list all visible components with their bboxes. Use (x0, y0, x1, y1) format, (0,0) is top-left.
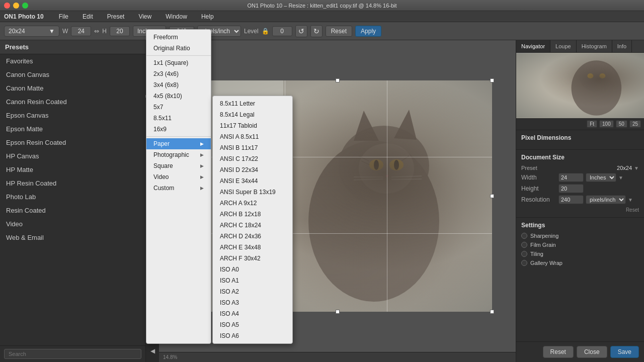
sharpening-radio[interactable] (521, 233, 527, 239)
menu-paper[interactable]: Paper (146, 138, 211, 149)
paper-archc[interactable]: ARCH C 18x24 (213, 220, 292, 231)
crop-handle-mr[interactable] (490, 194, 494, 198)
height-input[interactable] (110, 26, 130, 36)
width-expand-icon[interactable]: ▼ (618, 175, 623, 180)
menu-16x9[interactable]: 16x9 (146, 124, 211, 135)
paper-iso-a3[interactable]: ISO A3 (213, 297, 292, 308)
sidebar-item-video[interactable]: Video (0, 217, 145, 231)
sidebar-item-canon-canvas[interactable]: Canon Canvas (0, 68, 145, 81)
menu-2x3[interactable]: 2x3 (4x6) (146, 68, 211, 79)
preset-dropdown[interactable]: 20x24 ▼ (4, 26, 59, 37)
tab-histogram[interactable]: Histogram (577, 40, 612, 52)
paper-iso-a1[interactable]: ISO A1 (213, 275, 292, 286)
preset-expand-icon[interactable]: ▼ (634, 165, 639, 171)
paper-11x17tabloid[interactable]: 11x17 Tabloid (213, 120, 292, 131)
settings-title: Settings (521, 222, 639, 229)
res-expand-icon[interactable]: ▼ (628, 197, 633, 203)
menu-original-ratio[interactable]: Original Ratio (146, 43, 211, 54)
reset-button[interactable]: Reset (326, 26, 352, 37)
menu-help[interactable]: Help (198, 12, 217, 21)
crop-handle-tc[interactable] (336, 78, 340, 82)
tab-info[interactable]: Info (612, 40, 632, 52)
fullscreen-button[interactable] (22, 3, 28, 9)
crop-handle-bc[interactable] (336, 310, 340, 314)
rotate-cw-button[interactable]: ↻ (310, 25, 323, 37)
menu-5x7[interactable]: 5x7 (146, 102, 211, 113)
sidebar-item-favorites[interactable]: Favorites (0, 54, 145, 68)
menu-1x1[interactable]: 1x1 (Square) (146, 57, 211, 68)
nav-100-button[interactable]: 100 (599, 120, 614, 128)
paper-archd[interactable]: ARCH D 24x36 (213, 231, 292, 242)
paper-ansid[interactable]: ANSI D 22x34 (213, 164, 292, 175)
paper-arche[interactable]: ARCH E 34x48 (213, 242, 292, 253)
paper-ansi-superb[interactable]: ANSI Super B 13x19 (213, 187, 292, 198)
sidebar-item-web-email[interactable]: Web & Email (0, 231, 145, 244)
close-footer-button[interactable]: Close (577, 346, 607, 358)
tab-loupe[interactable]: Loupe (550, 40, 577, 52)
sidebar-item-hp-canvas[interactable]: HP Canvas (0, 149, 145, 163)
menu-square[interactable]: Square (146, 160, 211, 171)
nav-25-button[interactable]: 25 (629, 120, 641, 128)
menu-edit[interactable]: Edit (79, 12, 96, 21)
svg-line-16 (361, 161, 370, 165)
nav-fit-button[interactable]: Ft (587, 120, 597, 128)
apply-button[interactable]: Apply (355, 26, 381, 37)
menu-freeform[interactable]: Freeform (146, 32, 211, 43)
resolution-doc-input[interactable] (558, 195, 584, 204)
sidebar-item-hp-resin-coated[interactable]: HP Resin Coated (0, 176, 145, 190)
height-doc-input[interactable] (558, 184, 584, 193)
tab-navigator[interactable]: Navigator (516, 40, 550, 52)
paper-ansib[interactable]: ANSI B 11x17 (213, 142, 292, 153)
sidebar-item-epson-canvas[interactable]: Epson Canvas (0, 109, 145, 122)
crop-handle-tr[interactable] (490, 78, 494, 82)
paper-iso-a0[interactable]: ISO A0 (213, 264, 292, 275)
menu-custom[interactable]: Custom (146, 183, 211, 194)
paper-8511letter[interactable]: 8.5x11 Letter (213, 98, 292, 109)
search-input[interactable] (4, 349, 141, 359)
menu-view[interactable]: View (135, 12, 154, 21)
width-input[interactable] (71, 26, 91, 36)
paper-iso-a6[interactable]: ISO A6 (213, 330, 292, 341)
gallery-wrap-radio[interactable] (521, 260, 527, 266)
menu-3x4[interactable]: 3x4 (6x8) (146, 79, 211, 90)
sidebar-item-photo-lab[interactable]: Photo Lab (0, 190, 145, 204)
sidebar-item-canon-resin-coated[interactable]: Canon Resin Coated (0, 95, 145, 109)
save-footer-button[interactable]: Save (610, 346, 639, 358)
paper-ansic[interactable]: ANSI C 17x22 (213, 153, 292, 164)
paper-archb[interactable]: ARCH B 12x18 (213, 209, 292, 220)
sidebar-item-label: Photo Lab (6, 193, 36, 201)
menu-8x5[interactable]: 8.5x11 (146, 113, 211, 124)
width-doc-input[interactable] (558, 173, 584, 182)
crop-handle-br[interactable] (490, 310, 494, 314)
tiling-radio[interactable] (521, 251, 527, 257)
width-unit-select[interactable]: Inches (586, 173, 616, 182)
nav-50-button[interactable]: 50 (616, 120, 627, 128)
menu-file[interactable]: File (56, 12, 71, 21)
menu-preset[interactable]: Preset (104, 12, 128, 21)
minimize-button[interactable] (13, 3, 19, 9)
paper-ansie[interactable]: ANSI E 34x44 (213, 175, 292, 187)
menu-4x5[interactable]: 4x5 (8x10) (146, 90, 211, 102)
menu-window[interactable]: Window (163, 12, 190, 21)
doc-reset-link[interactable]: Reset (626, 207, 639, 213)
sidebar-item-epson-matte[interactable]: Epson Matte (0, 122, 145, 136)
paper-ansia[interactable]: ANSI A 8.5x11 (213, 131, 292, 142)
paper-8514legal[interactable]: 8.5x14 Legal (213, 109, 292, 120)
paper-iso-a4[interactable]: ISO A4 (213, 308, 292, 319)
rotate-ccw-button[interactable]: ↺ (295, 25, 307, 37)
paper-archf[interactable]: ARCH F 30x42 (213, 253, 292, 264)
film-grain-radio[interactable] (521, 242, 527, 248)
menu-photographic[interactable]: Photographic (146, 149, 211, 160)
menu-video[interactable]: Video (146, 171, 211, 183)
paper-iso-a2[interactable]: ISO A2 (213, 286, 292, 297)
close-button[interactable] (4, 3, 10, 9)
resolution-unit-select[interactable]: pixels/inch (586, 195, 626, 204)
reset-footer-button[interactable]: Reset (543, 346, 574, 358)
paper-archa[interactable]: ARCH A 9x12 (213, 198, 292, 209)
sidebar-item-epson-resin-coated[interactable]: Epson Resin Coated (0, 136, 145, 149)
sidebar-item-resin-coated[interactable]: Resin Coated (0, 204, 145, 217)
collapse-button[interactable]: ◀ (147, 345, 158, 356)
sidebar-item-hp-matte[interactable]: HP Matte (0, 163, 145, 176)
paper-iso-a5[interactable]: ISO A5 (213, 319, 292, 330)
sidebar-item-canon-matte[interactable]: Canon Matte (0, 81, 145, 95)
